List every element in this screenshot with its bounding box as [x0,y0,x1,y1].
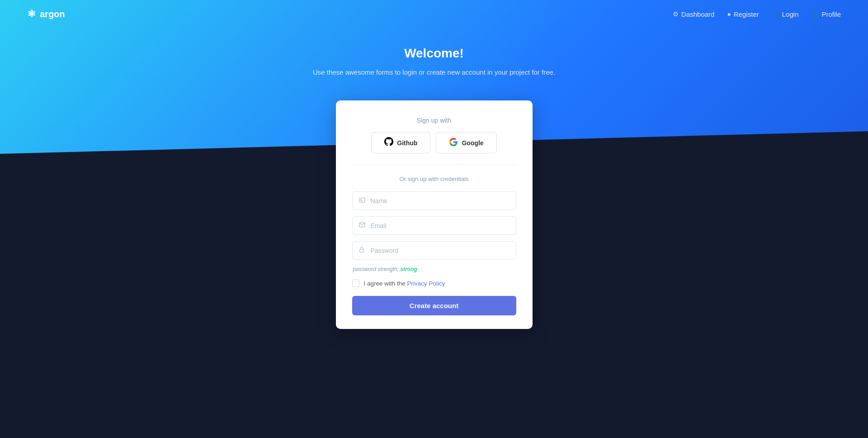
email-input-group [352,216,516,235]
svg-rect-4 [359,249,363,252]
google-icon [449,138,458,148]
name-input-group [352,191,516,210]
login-icon: 👤 [772,10,779,18]
password-input-group [352,241,516,260]
brand-name: argon [40,9,65,19]
nav-profile[interactable]: 👤 Profile [811,10,841,18]
lock-icon [359,247,366,254]
dashboard-icon: ⚙ [673,10,679,18]
privacy-policy-link[interactable]: Privacy Policy [407,280,445,287]
nav-dashboard[interactable]: ⚙ Dashboard [673,10,714,18]
google-button[interactable]: Google [436,132,496,153]
create-account-button[interactable]: Create account [352,296,516,315]
nav-dashboard-label: Dashboard [681,10,714,18]
github-button[interactable]: Github [371,132,430,153]
privacy-text: I agree with the [364,280,406,287]
hero-section: Welcome! Use these awesome forms to logi… [0,28,868,91]
privacy-row: I agree with the Privacy Policy [352,280,516,287]
hero-subtitle: Use these awesome forms to login or crea… [0,67,868,78]
navbar: ⚛ argon ⚙ Dashboard ● Register 👤 Login 👤… [0,0,868,28]
password-input[interactable] [371,247,509,254]
sign-up-with-label: Sign up with [352,117,516,124]
nav-register-label: Register [734,10,759,18]
nav-profile-label: Profile [821,10,841,18]
nav-login[interactable]: 👤 Login [772,10,799,18]
social-buttons: Github Google [352,132,516,153]
card-wrapper: Sign up with Github [0,91,868,329]
svg-rect-0 [359,198,365,202]
register-card: Sign up with Github [336,100,533,329]
or-credentials-label: Or sign up with credentials [352,176,516,182]
name-input[interactable] [371,197,509,205]
divider [352,164,516,165]
hero-title: Welcome! [0,46,868,61]
brand-icon: ⚛ [27,8,36,20]
nav-login-label: Login [782,10,799,18]
email-input[interactable] [371,222,509,229]
password-strength-value: strong [400,266,417,272]
password-strength: password strength: strong [353,266,516,272]
google-label: Google [462,139,483,147]
email-icon [359,222,366,229]
register-icon: ● [727,10,731,18]
profile-icon: 👤 [811,10,819,18]
github-icon [384,137,393,148]
privacy-label: I agree with the Privacy Policy [364,280,445,287]
nav-register[interactable]: ● Register [727,10,759,18]
name-icon [359,197,366,205]
github-label: Github [397,139,417,147]
password-strength-label: password strength: [353,266,399,272]
navbar-nav: ⚙ Dashboard ● Register 👤 Login 👤 Profile [673,10,841,18]
privacy-checkbox[interactable] [352,280,359,287]
brand-logo[interactable]: ⚛ argon [27,8,65,20]
